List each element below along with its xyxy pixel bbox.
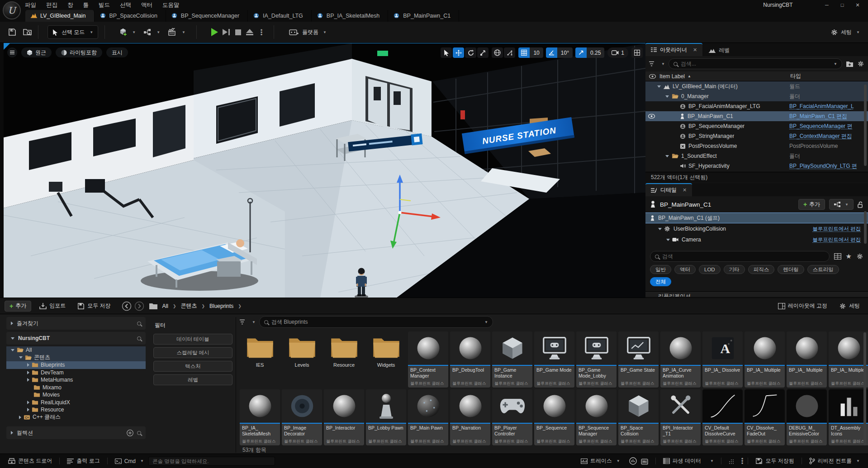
search-icon[interactable] — [137, 321, 141, 326]
unreal-logo-icon[interactable]: U — [3, 1, 21, 19]
asset-tile[interactable]: BP_Main Pawn블루프린트 클래스 — [408, 389, 448, 445]
filter-button-데이터 테이블[interactable]: 데이터 테이블 — [153, 334, 232, 345]
maximize-button[interactable]: □ — [835, 0, 850, 10]
outliner-settings-gear-icon[interactable] — [857, 60, 864, 67]
view-mode-dropdown[interactable]: 라이팅포함 — [56, 47, 102, 57]
close-button[interactable]: ✕ — [850, 0, 865, 10]
forward-icon[interactable] — [134, 301, 144, 311]
asset-tile[interactable]: BP_Lobby Pawn블루프린트 클래스 — [366, 389, 406, 445]
filter-chip-렌더링[interactable]: 렌더링 — [778, 265, 804, 274]
breadcrumb-item[interactable]: All — [162, 303, 168, 309]
asset-tile[interactable]: BP_Sequence블루프린트 클래스 — [534, 389, 574, 445]
edit-in-blueprint-link[interactable]: 블루프린트에서 편집 — [812, 226, 861, 232]
rotate-tool[interactable] — [465, 47, 476, 58]
menu-item-편집[interactable]: 편집 — [46, 1, 57, 9]
asset-tile[interactable]: BP_Narration블루프린트 클래스 — [450, 389, 490, 445]
derived-data-dropdown[interactable]: 파생 데이터▼ — [659, 454, 718, 468]
filter-chip-스트리밍[interactable]: 스트리밍 — [807, 265, 839, 274]
asset-tile[interactable]: BP_Space Collision블루프린트 클래스 — [618, 389, 659, 445]
outliner-row[interactable]: BP_StringManagerBP_ContextManager 편집 — [645, 131, 868, 141]
menu-item-액터[interactable]: 액터 — [141, 1, 152, 9]
menu-item-도움말[interactable]: 도움말 — [162, 1, 180, 9]
session-icon[interactable] — [629, 457, 637, 465]
asset-tile[interactable]: BP_IA_ Multiple블루프린트 클래스 — [745, 331, 785, 388]
scale-snap-value[interactable]: 0.25 — [587, 47, 604, 58]
tab-IA_Default_LTG[interactable]: IA_Default_LTG — [248, 10, 312, 22]
tree-item-MetaHumans[interactable]: MetaHumans — [6, 376, 146, 384]
outliner-filter-icon[interactable] — [649, 61, 656, 66]
filter-chip-LOD[interactable]: LOD — [699, 265, 721, 274]
outliner-row[interactable]: BP_MainPawn_C1BP_MainPawn_C1 편집 — [645, 111, 868, 121]
filter-button-텍스처[interactable]: 텍스처 — [153, 361, 232, 372]
save-icon[interactable] — [5, 25, 20, 39]
more-options-dots[interactable]: ••• — [740, 454, 745, 468]
cb-add-button[interactable]: +추가 — [5, 301, 31, 312]
menu-item-툴[interactable]: 툴 — [83, 1, 89, 9]
tab-LV_GIBleed_Main[interactable]: LV_GIBleed_Main — [25, 10, 95, 22]
eject-button[interactable] — [244, 26, 256, 38]
outliner-row[interactable]: SF_HyperactivityBP_PlaySoundOnly_LTG 편 — [645, 161, 868, 171]
menu-item-선택[interactable]: 선택 — [120, 1, 131, 9]
asset-tile[interactable]: BP_IA_ Multiple블루프린트 클래스 — [829, 331, 868, 388]
asset-search-input[interactable]: 검색 Blueprints ▼ — [259, 316, 493, 328]
scale-tool[interactable] — [477, 47, 489, 58]
grid-snap-toggle[interactable] — [518, 47, 530, 58]
memory-grid-icon[interactable] — [724, 454, 740, 468]
add-component-button[interactable]: +추가 — [798, 199, 825, 210]
asset-tile[interactable]: BP_Player Controller블루프린트 클래스 — [492, 389, 532, 445]
component-row[interactable]: BP_MainPawn_C1 (셀프) — [645, 213, 868, 223]
back-icon[interactable] — [122, 301, 132, 311]
search-icon[interactable] — [137, 431, 141, 435]
expand-arrow[interactable] — [27, 401, 29, 404]
trace-dropdown[interactable]: 트레이스▼ — [576, 454, 625, 468]
asset-tile[interactable]: DEBUG_M_ EmissiveColor블루프린트 클래스 — [787, 389, 827, 445]
folder-tile-Resource[interactable]: Resource — [324, 331, 364, 388]
console-command-input[interactable] — [148, 457, 275, 466]
cinematics-dropdown[interactable]: ▼ — [164, 25, 189, 39]
expand-arrow[interactable] — [27, 363, 29, 367]
asset-tile[interactable]: BP_Image Decorator블루프린트 클래스 — [282, 389, 322, 445]
asset-tile[interactable]: DT_Assembly Icons블루프린트 클래스 — [829, 389, 868, 445]
folder-tile-Widgets[interactable]: Widgets — [366, 331, 406, 388]
viewport-options-icon[interactable] — [7, 47, 17, 57]
filter-button-레벨[interactable]: 레벨 — [153, 374, 232, 385]
expand-arrow[interactable] — [19, 416, 21, 419]
new-folder-icon[interactable] — [846, 61, 854, 67]
expand-arrow[interactable] — [27, 408, 29, 411]
scale-snap-toggle[interactable] — [575, 47, 587, 58]
outliner-row[interactable]: LV_GIBleed_Main (에디터)월드 — [645, 81, 868, 91]
outliner-column-header[interactable]: Item Label ▲ 타입 — [645, 71, 868, 81]
add-collection-icon[interactable] — [127, 430, 133, 436]
asset-tile[interactable]: BP_Context Manager블루프린트 클래스 — [408, 331, 448, 388]
tab-levels[interactable]: 레벨 — [702, 44, 736, 56]
component-row[interactable]: Camera블루프린트에서 편집 — [645, 234, 868, 245]
asset-tile[interactable]: CV_Default DissolveCurve블루프린트 클래스 — [702, 389, 743, 445]
cb-import-button[interactable]: 임포트 — [36, 299, 69, 313]
tab-outliner[interactable]: 아웃라이너✕ — [645, 43, 702, 56]
cb-scrollbar[interactable] — [863, 332, 866, 445]
expand-arrow[interactable] — [11, 349, 14, 351]
save-status[interactable]: 모두 저장됨 — [751, 454, 798, 468]
expand-arrow[interactable] — [19, 356, 23, 359]
asset-tile[interactable]: BP_DebugTool블루프린트 클래스 — [450, 331, 490, 388]
expand-arrow[interactable] — [27, 378, 29, 382]
expand-arrow[interactable] — [27, 371, 29, 374]
rotation-snap-toggle[interactable] — [546, 47, 557, 58]
expand-arrow[interactable] — [657, 85, 661, 88]
filter-button-스켈레탈 메시[interactable]: 스켈레탈 메시 — [153, 347, 232, 358]
cmd-dropdown[interactable]: Cmd▼ — [110, 454, 148, 468]
expand-arrow[interactable] — [665, 95, 669, 98]
tree-item-C++ 클래스[interactable]: C+C++ 클래스 — [6, 414, 146, 421]
select-mode-dropdown[interactable]: 선택 모드▼ — [47, 25, 98, 39]
search-icon[interactable] — [137, 336, 141, 340]
filter-chip-기타[interactable]: 기타 — [724, 265, 745, 274]
edit-in-blueprint-link[interactable]: 블루프린트에서 편집 — [812, 236, 861, 243]
details-settings-gear-icon[interactable] — [856, 253, 863, 260]
asset-tile[interactable]: BP_Game Mode_Lobby블루프린트 클래스 — [576, 331, 617, 388]
tree-item-Movies[interactable]: Movies — [6, 391, 146, 399]
tree-item-All[interactable]: All — [6, 346, 146, 354]
menu-item-창[interactable]: 창 — [67, 1, 73, 9]
snapshot-icon[interactable] — [641, 458, 648, 465]
collections-section[interactable]: 컬렉션 — [6, 426, 146, 439]
rotation-snap-value[interactable]: 10° — [557, 47, 573, 58]
